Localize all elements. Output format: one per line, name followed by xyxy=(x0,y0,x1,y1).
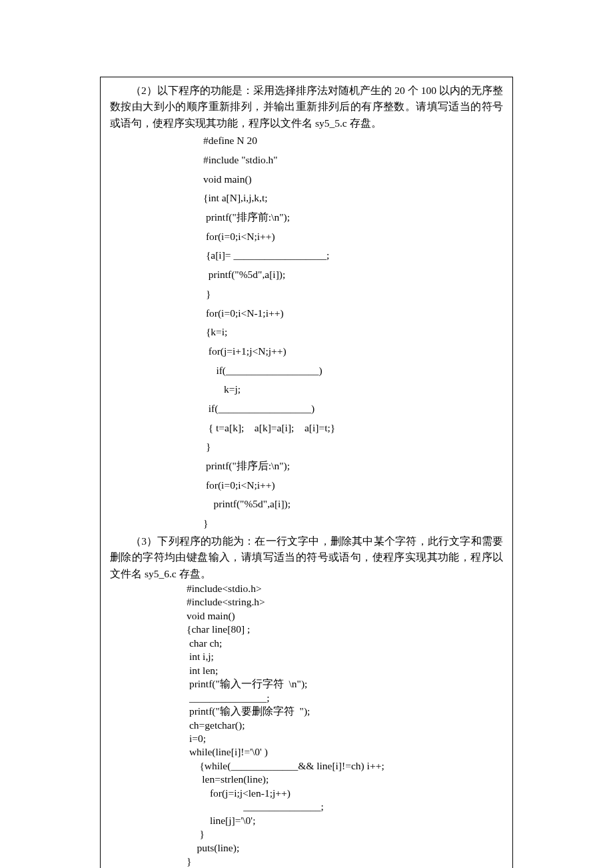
question-2-code: #define N 20 #include "stdio.h" void mai… xyxy=(203,131,503,533)
question-3-code: #include<stdio.h> #include<string.h> voi… xyxy=(187,582,503,868)
question-3-intro: （3）下列程序的功能为：在一行文字中，删除其中某个字符，此行文字和需要删除的字符… xyxy=(110,533,503,582)
content-frame: （2）以下程序的功能是：采用选择排序法对随机产生的 20 个 100 以内的无序… xyxy=(100,77,513,868)
question-2-intro: （2）以下程序的功能是：采用选择排序法对随机产生的 20 个 100 以内的无序… xyxy=(110,83,503,131)
